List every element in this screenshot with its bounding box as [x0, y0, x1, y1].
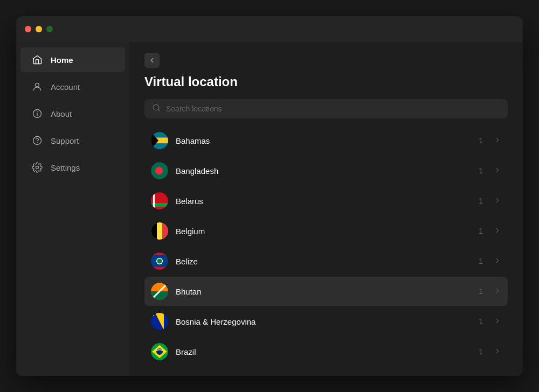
flag-icon [151, 343, 168, 360]
chevron-right-icon [494, 317, 501, 326]
location-item[interactable]: Bhutan1 [144, 277, 508, 306]
location-count: 1 [479, 317, 483, 326]
close-button[interactable] [25, 26, 31, 32]
location-count: 1 [479, 197, 483, 205]
location-name: Brazil [176, 347, 471, 356]
app-window: Home Account About Support [16, 16, 523, 376]
location-count: 1 [479, 257, 483, 265]
info-icon [31, 108, 43, 120]
home-icon [31, 54, 43, 66]
flag-icon [151, 192, 168, 209]
location-name: Bangladesh [176, 166, 471, 176]
chevron-right-icon [494, 287, 501, 296]
sidebar: Home Account About Support [16, 42, 129, 376]
svg-point-5 [37, 143, 38, 143]
account-icon [31, 81, 43, 93]
flag-icon [151, 132, 168, 149]
location-item[interactable]: Bangladesh1 [144, 156, 508, 185]
location-item[interactable]: Belize1 [144, 247, 508, 276]
main-content: Virtual location Bahamas1Bangladesh1Bela… [129, 42, 523, 376]
location-item[interactable]: Brazil1 [144, 337, 508, 365]
svg-point-4 [33, 137, 42, 145]
location-name: Bhutan [176, 287, 471, 296]
sidebar-item-home[interactable]: Home [20, 47, 125, 72]
flag-icon [151, 253, 168, 270]
svg-point-0 [36, 83, 39, 87]
svg-point-3 [37, 111, 38, 112]
location-count: 1 [479, 166, 483, 175]
location-count: 1 [479, 347, 483, 356]
location-name: Bosnia & Herzegovina [176, 317, 471, 326]
chevron-right-icon [494, 197, 501, 206]
flag-icon [151, 162, 168, 179]
location-name: Belgium [176, 227, 471, 236]
location-list: Bahamas1Bangladesh1Belarus1Belgium1Beliz… [144, 126, 508, 365]
chevron-right-icon [494, 227, 501, 236]
sidebar-item-about[interactable]: About [20, 101, 125, 126]
traffic-lights [25, 26, 53, 32]
svg-rect-26 [151, 253, 168, 255]
location-item[interactable]: Belarus1 [144, 186, 508, 215]
svg-rect-37 [152, 314, 154, 316]
location-count: 1 [479, 287, 483, 296]
sidebar-item-settings-label: Settings [51, 163, 80, 172]
search-bar [144, 99, 508, 118]
flag-icon [151, 222, 168, 240]
search-icon [152, 103, 161, 114]
location-name: Belarus [176, 197, 471, 206]
location-count: 1 [479, 136, 483, 145]
chevron-right-icon [494, 136, 501, 145]
sidebar-item-about-label: About [51, 109, 72, 118]
location-name: Bahamas [176, 136, 471, 145]
chevron-right-icon [494, 257, 501, 266]
back-button[interactable] [144, 53, 160, 68]
sidebar-item-home-label: Home [51, 55, 73, 65]
svg-point-29 [157, 259, 162, 264]
svg-rect-32 [151, 291, 168, 300]
flag-icon [151, 313, 168, 330]
support-icon [31, 135, 43, 146]
search-input[interactable] [166, 104, 500, 113]
svg-rect-19 [153, 192, 155, 209]
sidebar-item-account-label: Account [51, 82, 80, 92]
sidebar-item-support[interactable]: Support [20, 128, 125, 153]
location-item[interactable]: Belgium1 [144, 216, 508, 246]
svg-rect-23 [162, 222, 168, 240]
settings-icon [31, 162, 43, 173]
flag-icon [151, 283, 168, 300]
page-title: Virtual location [144, 74, 508, 89]
maximize-button[interactable] [46, 26, 53, 32]
chevron-right-icon [494, 347, 501, 356]
svg-rect-22 [151, 222, 157, 240]
chevron-right-icon [494, 166, 501, 176]
minimize-button[interactable] [36, 26, 42, 32]
location-count: 1 [479, 227, 483, 235]
location-name: Belize [176, 257, 471, 266]
location-item[interactable]: Bahamas1 [144, 126, 508, 155]
svg-point-6 [36, 166, 39, 169]
sidebar-item-support-label: Support [51, 136, 79, 145]
titlebar [16, 16, 523, 42]
app-content: Home Account About Support [16, 42, 523, 376]
svg-point-15 [155, 167, 163, 174]
svg-line-8 [158, 109, 160, 111]
sidebar-item-account[interactable]: Account [20, 74, 125, 99]
sidebar-item-settings[interactable]: Settings [20, 155, 125, 180]
svg-rect-27 [151, 267, 168, 270]
location-item[interactable]: Bosnia & Herzegovina1 [144, 307, 508, 336]
